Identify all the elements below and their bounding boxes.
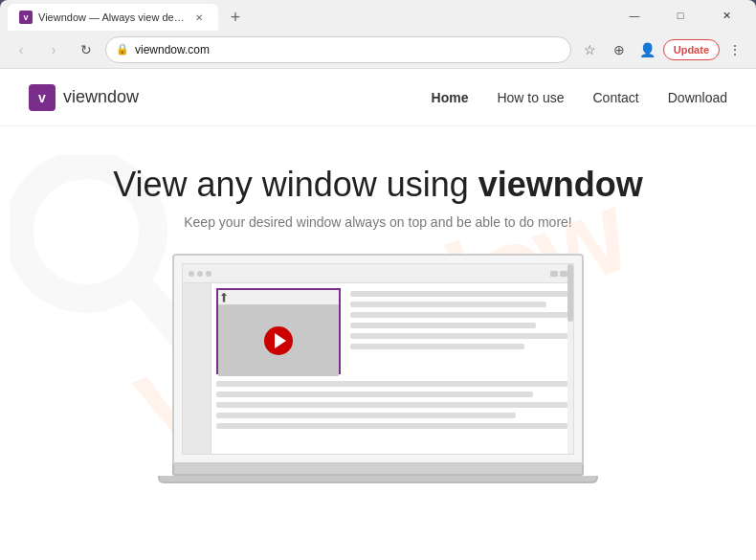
floating-window-body — [218, 305, 339, 376]
floating-window — [216, 288, 341, 374]
scrollbar[interactable] — [567, 264, 573, 454]
screen-main — [211, 283, 573, 455]
update-button[interactable]: Update — [663, 39, 720, 60]
tab-title: Viewndow — Always view desir... — [38, 11, 186, 23]
screen-body — [183, 283, 573, 455]
content-line — [216, 423, 568, 429]
tab-area: v Viewndow — Always view desir... ✕ + — [8, 0, 612, 31]
toolbar-icons: ☆ ⊕ 👤 Update ⋮ — [577, 36, 748, 63]
hero-title: View any window using viewndow — [29, 165, 727, 205]
content-line — [350, 344, 524, 349]
extensions-button[interactable]: ⊕ — [606, 36, 633, 63]
title-bar: v Viewndow — Always view desir... ✕ + — … — [0, 0, 756, 31]
address-bar[interactable]: 🔒 viewndow.com — [105, 36, 571, 63]
laptop-illustration — [29, 254, 727, 483]
website-content: v viewndow Home How to use Contact Downl… — [0, 69, 756, 560]
minimize-button[interactable]: — — [612, 0, 656, 31]
browser-frame: v Viewndow — Always view desir... ✕ + — … — [0, 0, 756, 560]
lock-icon: 🔒 — [116, 43, 129, 56]
screen-nav-dot-3 — [206, 271, 211, 277]
content-line — [350, 291, 568, 297]
laptop-base — [158, 476, 598, 483]
scrollbar-thumb — [567, 264, 573, 322]
profile-button[interactable]: 👤 — [634, 36, 661, 63]
laptop-hinge — [172, 464, 584, 476]
close-button[interactable]: ✕ — [704, 0, 748, 31]
nav-home[interactable]: Home — [432, 90, 469, 105]
content-line — [350, 333, 568, 339]
laptop-screen-outer — [172, 254, 584, 464]
content-line — [350, 323, 536, 328]
screen-nav-sq-2 — [560, 271, 567, 277]
content-line — [216, 413, 516, 418]
screen-nav-dot-1 — [189, 271, 194, 277]
new-tab-button[interactable]: + — [222, 4, 249, 31]
content-line — [350, 312, 568, 318]
screen-nav-right — [550, 271, 567, 277]
play-triangle — [275, 333, 286, 348]
forward-button[interactable]: › — [40, 36, 67, 63]
screen-sidebar — [183, 283, 211, 455]
refresh-button[interactable]: ↻ — [73, 36, 100, 63]
screen-content-lines — [350, 291, 568, 354]
content-line — [216, 402, 568, 408]
nav-contact[interactable]: Contact — [592, 90, 638, 105]
laptop — [172, 254, 584, 483]
logo-text: viewndow — [63, 87, 139, 107]
site-nav-links: Home How to use Contact Download — [432, 90, 727, 105]
address-bar-row: ‹ › ↻ 🔒 viewndow.com ☆ ⊕ 👤 Update ⋮ — [0, 31, 756, 69]
content-line — [350, 302, 546, 307]
pin-icon — [221, 293, 227, 302]
tab-close-button[interactable]: ✕ — [191, 10, 207, 25]
tab-favicon: v — [19, 11, 33, 24]
hero-section: viewndow View any window using viewndow … — [0, 126, 756, 503]
site-logo: v viewndow — [29, 84, 139, 111]
laptop-screen-inner — [182, 263, 574, 455]
window-controls: — □ ✕ — [612, 0, 748, 31]
maximize-button[interactable]: □ — [658, 0, 702, 31]
back-button[interactable]: ‹ — [8, 36, 34, 63]
logo-icon: v — [29, 84, 56, 111]
hero-title-bold: viewndow — [478, 165, 643, 204]
hero-title-prefix: View any window using — [113, 165, 478, 204]
browser-tab[interactable]: v Viewndow — Always view desir... ✕ — [8, 4, 218, 31]
screen-bottom-lines — [216, 381, 568, 434]
hero-subtitle: Keep your desired window always on top a… — [29, 214, 727, 230]
bookmark-button[interactable]: ☆ — [577, 36, 604, 63]
screen-nav-dot-2 — [197, 271, 203, 277]
nav-download[interactable]: Download — [668, 90, 727, 105]
play-button — [264, 326, 293, 355]
nav-how-to-use[interactable]: How to use — [497, 90, 564, 105]
content-line — [216, 381, 568, 387]
site-nav: v viewndow Home How to use Contact Downl… — [0, 69, 756, 126]
screen-nav-sq-1 — [550, 271, 558, 277]
menu-button[interactable]: ⋮ — [722, 36, 748, 63]
url-text: viewndow.com — [135, 43, 561, 56]
floating-window-titlebar — [218, 290, 339, 305]
content-line — [216, 392, 533, 397]
screen-nav-bar — [183, 264, 573, 283]
